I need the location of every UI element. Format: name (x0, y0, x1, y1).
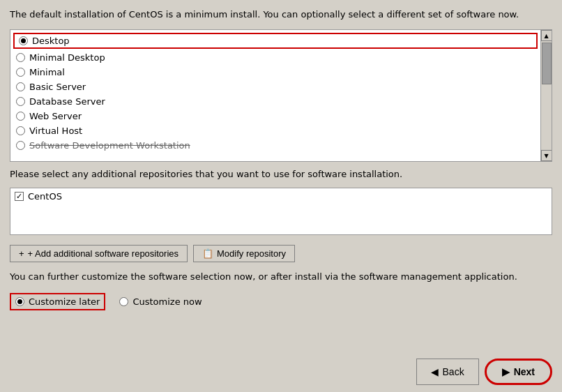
software-list-container: Desktop Minimal Desktop Minimal Basic Se… (10, 29, 552, 162)
label-basic-server: Basic Server (29, 82, 86, 92)
customize-text: You can further customize the software s… (10, 271, 552, 283)
radio-minimal (16, 68, 25, 77)
repo-centos-label: CentOS (28, 191, 62, 202)
main-container: The default installation of CentOS is a … (0, 0, 562, 392)
label-software-dev: Software Development Workstation (29, 140, 190, 151)
modify-repo-label: Modify repository (217, 248, 286, 259)
repo-centos[interactable]: ✓ CentOS (15, 191, 547, 202)
next-icon: ▶ (502, 366, 510, 377)
software-option-web-server[interactable]: Web Server (10, 109, 540, 123)
software-option-virtual-host[interactable]: Virtual Host (10, 123, 540, 138)
add-icon: + (19, 248, 24, 259)
label-minimal-desktop: Minimal Desktop (29, 52, 105, 63)
radio-virtual-host (16, 126, 25, 135)
customize-later-label: Customize later (29, 296, 100, 307)
radio-software-dev (16, 141, 25, 150)
add-repo-label: + Add additional software repositories (28, 248, 179, 259)
radio-desktop (19, 36, 28, 45)
bottom-buttons: ◀ Back ▶ Next (10, 356, 552, 385)
radio-minimal-desktop (16, 53, 25, 62)
software-option-basic-server[interactable]: Basic Server (10, 80, 540, 94)
software-option-desktop[interactable]: Desktop (13, 33, 538, 49)
next-label: Next (514, 366, 535, 377)
next-button[interactable]: ▶ Next (485, 359, 552, 385)
back-label: Back (443, 366, 464, 377)
scroll-down-btn[interactable]: ▼ (541, 150, 552, 161)
repo-label: Please select any additional repositorie… (10, 169, 552, 179)
customize-now-label: Customize now (132, 296, 202, 307)
software-option-software-dev[interactable]: Software Development Workstation (10, 138, 540, 153)
scrollbar[interactable]: ▲ ▼ (540, 30, 552, 161)
customize-now-option[interactable]: Customize now (119, 296, 202, 307)
radio-customize-now (119, 297, 128, 306)
software-option-minimal[interactable]: Minimal (10, 65, 540, 80)
intro-text: The default installation of CentOS is a … (10, 8, 552, 21)
customize-later-option[interactable]: Customize later (10, 293, 105, 310)
back-button[interactable]: ◀ Back (416, 359, 479, 385)
modify-repo-button[interactable]: 📋 Modify repository (193, 245, 295, 262)
modify-icon: 📋 (202, 248, 213, 259)
label-minimal: Minimal (29, 67, 65, 77)
label-desktop: Desktop (32, 36, 70, 46)
customize-options: Customize later Customize now (10, 293, 552, 310)
radio-basic-server (16, 82, 25, 91)
software-list: Desktop Minimal Desktop Minimal Basic Se… (10, 30, 540, 161)
repo-buttons: + + Add additional software repositories… (10, 245, 552, 262)
radio-database-server (16, 97, 25, 106)
add-repo-button[interactable]: + + Add additional software repositories (10, 245, 188, 262)
back-icon: ◀ (431, 366, 439, 377)
software-option-database-server[interactable]: Database Server (10, 94, 540, 109)
software-option-minimal-desktop[interactable]: Minimal Desktop (10, 50, 540, 65)
radio-web-server (16, 112, 25, 121)
scroll-thumb[interactable] (542, 43, 552, 84)
repo-box: ✓ CentOS (10, 188, 552, 235)
label-web-server: Web Server (29, 111, 82, 121)
radio-customize-later (15, 297, 24, 306)
label-virtual-host: Virtual Host (29, 126, 82, 136)
scroll-up-btn[interactable]: ▲ (541, 30, 552, 41)
label-database-server: Database Server (29, 96, 105, 107)
checkbox-centos[interactable]: ✓ (15, 192, 24, 201)
